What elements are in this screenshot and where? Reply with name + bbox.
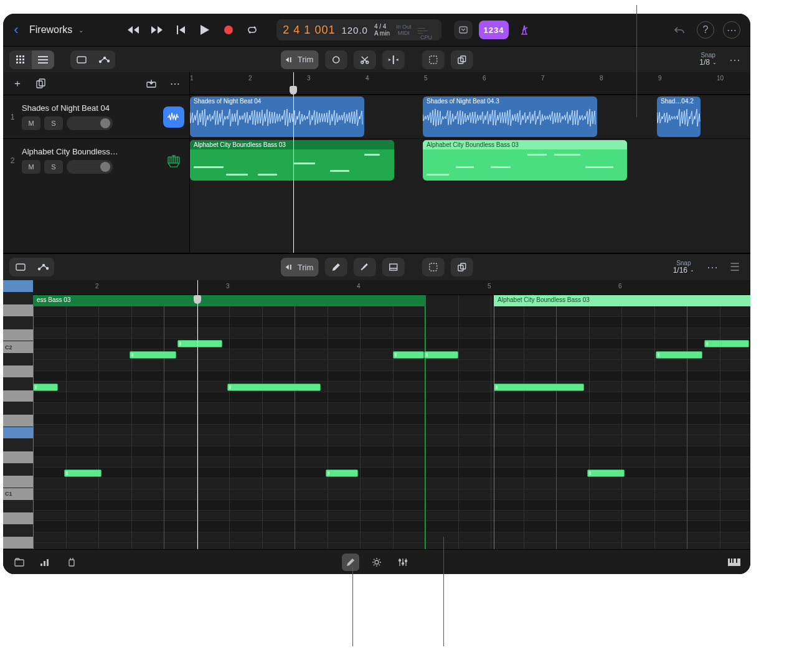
region[interactable]: Alphabet City Boundless Bass 03 xyxy=(190,140,394,181)
tuner-button[interactable] xyxy=(454,21,473,39)
editor-snap-control[interactable]: Snap 1/16 ⌄ xyxy=(673,260,694,275)
midi-note[interactable] xyxy=(33,384,58,391)
piano-key[interactable] xyxy=(3,415,33,427)
lcd-timesig[interactable]: 4 / 4 xyxy=(374,24,390,30)
editor-more-button[interactable]: ⋯ xyxy=(703,260,722,274)
region[interactable]: Alphabet City Boundless Bass 03 xyxy=(423,140,627,181)
piano-key[interactable] xyxy=(3,451,33,464)
midi-note[interactable] xyxy=(227,384,321,391)
view-grid-button[interactable] xyxy=(9,50,32,69)
brightness-button[interactable] xyxy=(368,554,385,571)
lcd-position[interactable]: 2 4 1 001 xyxy=(283,24,335,37)
view-automation-button[interactable] xyxy=(93,50,115,69)
scissors-tool-button[interactable] xyxy=(353,50,375,69)
midi-note[interactable] xyxy=(494,384,584,391)
midi-note[interactable] xyxy=(393,351,424,359)
track-name[interactable]: Alphabet City Boundless… xyxy=(22,147,158,156)
loop-tool-button[interactable] xyxy=(324,50,347,69)
midi-note[interactable] xyxy=(587,469,625,477)
piano-key[interactable] xyxy=(3,525,33,537)
brush-tool-button[interactable] xyxy=(353,258,375,276)
timeline[interactable]: 12345678910 Shades of Night Beat 04Shade… xyxy=(190,72,750,253)
piano-key[interactable] xyxy=(3,501,33,513)
volume-slider[interactable] xyxy=(67,116,113,130)
more-menu-button[interactable]: ⋯ xyxy=(723,21,740,39)
editor-copy-button[interactable] xyxy=(450,258,473,276)
mute-button[interactable]: M xyxy=(22,160,40,174)
record-button[interactable] xyxy=(219,21,238,39)
track-header-1[interactable]: 1 Shades of Night Beat 04 M S xyxy=(3,95,189,138)
plugin-button[interactable] xyxy=(63,554,80,571)
volume-slider[interactable] xyxy=(67,160,113,174)
go-to-start-button[interactable] xyxy=(172,21,191,39)
add-track-button[interactable]: ＋ xyxy=(9,75,26,92)
piano-key[interactable] xyxy=(3,427,33,440)
count-in-button[interactable]: 1234 xyxy=(479,21,509,39)
track-lane-2[interactable]: Alphabet City Boundless Bass 03Alphabet … xyxy=(190,138,750,182)
mute-button[interactable]: M xyxy=(22,116,40,130)
midi-note[interactable] xyxy=(64,469,102,477)
region[interactable]: Shades of Night Beat 04 xyxy=(190,97,364,137)
view-tracks-button[interactable] xyxy=(32,50,54,69)
midi-note[interactable] xyxy=(130,351,176,359)
back-button[interactable]: ‹ xyxy=(9,22,23,38)
solo-button[interactable]: S xyxy=(44,160,63,174)
piano-key[interactable] xyxy=(3,280,33,293)
piano-key[interactable] xyxy=(3,439,33,451)
library-button[interactable] xyxy=(11,554,28,571)
piano-key[interactable] xyxy=(3,365,33,378)
editor-view-automation-button[interactable] xyxy=(32,258,54,276)
solo-button[interactable]: S xyxy=(44,116,63,130)
snap-control[interactable]: Snap 1/8 ⌄ xyxy=(699,52,717,67)
split-tool-button[interactable] xyxy=(382,50,404,69)
piano-key[interactable] xyxy=(3,476,33,488)
undo-button[interactable] xyxy=(671,21,688,39)
piano-key[interactable] xyxy=(3,390,33,403)
piano-key[interactable] xyxy=(3,537,33,549)
lcd-tempo[interactable]: 120.0 xyxy=(341,25,368,35)
project-title[interactable]: Fireworks xyxy=(29,24,72,35)
keyboard-button[interactable] xyxy=(725,554,743,571)
velocity-tool-button[interactable] xyxy=(382,258,404,276)
editor-region-header[interactable]: Alphabet City Boundless Bass 03 xyxy=(494,295,750,306)
editor-ruler[interactable]: 23456 xyxy=(33,280,750,295)
trim-tool-button[interactable]: Trim xyxy=(281,50,319,69)
lcd-key[interactable]: A min xyxy=(374,31,390,37)
midi-note[interactable] xyxy=(177,340,222,347)
project-menu-chevron-icon[interactable]: ⌄ xyxy=(78,27,83,34)
ruler[interactable]: 12345678910 xyxy=(190,72,750,95)
view-region-button[interactable] xyxy=(70,50,93,69)
piano-key[interactable] xyxy=(3,512,33,525)
marquee-tool-button[interactable] xyxy=(422,50,444,69)
midi-note[interactable] xyxy=(326,469,358,477)
piano-key[interactable] xyxy=(3,354,33,366)
fast-forward-button[interactable] xyxy=(148,21,167,39)
rewind-button[interactable] xyxy=(125,21,143,39)
piano-key[interactable]: C1 xyxy=(3,488,33,501)
track-header-more-button[interactable]: ⋯ xyxy=(167,75,183,92)
editor-trim-tool-button[interactable]: Trim xyxy=(281,258,319,276)
metronome-button[interactable] xyxy=(515,21,534,39)
midi-note[interactable] xyxy=(424,351,458,359)
region[interactable]: Shad…04.2 xyxy=(657,97,701,137)
piano-key[interactable] xyxy=(3,378,33,390)
piano-key[interactable] xyxy=(3,402,33,415)
region[interactable]: Shades of Night Beat 04.3 xyxy=(423,97,597,137)
midi-note[interactable] xyxy=(704,340,749,347)
sliders-button[interactable] xyxy=(394,554,412,571)
editor-playhead[interactable] xyxy=(197,280,198,549)
lcd-display[interactable]: 2 4 1 001 120.0 4 / 4 A min In Out MIDI … xyxy=(276,19,441,40)
editor-view-region-button[interactable] xyxy=(9,258,32,276)
copy-tool-button[interactable] xyxy=(450,50,473,69)
piano-key[interactable] xyxy=(3,464,33,476)
arrange-more-button[interactable]: ⋯ xyxy=(725,53,744,67)
editor-marquee-button[interactable] xyxy=(422,258,444,276)
track-header-2[interactable]: 2 Alphabet City Boundless… M S xyxy=(3,138,189,182)
mixer-button[interactable] xyxy=(37,554,54,571)
midi-note[interactable] xyxy=(656,351,702,359)
editor-region-header[interactable]: ess Bass 03 xyxy=(33,295,425,306)
piano-key[interactable] xyxy=(3,293,33,305)
import-button[interactable] xyxy=(143,75,159,92)
track-lane-1[interactable]: Shades of Night Beat 04Shades of Night B… xyxy=(190,95,750,138)
duplicate-track-button[interactable] xyxy=(33,75,49,92)
